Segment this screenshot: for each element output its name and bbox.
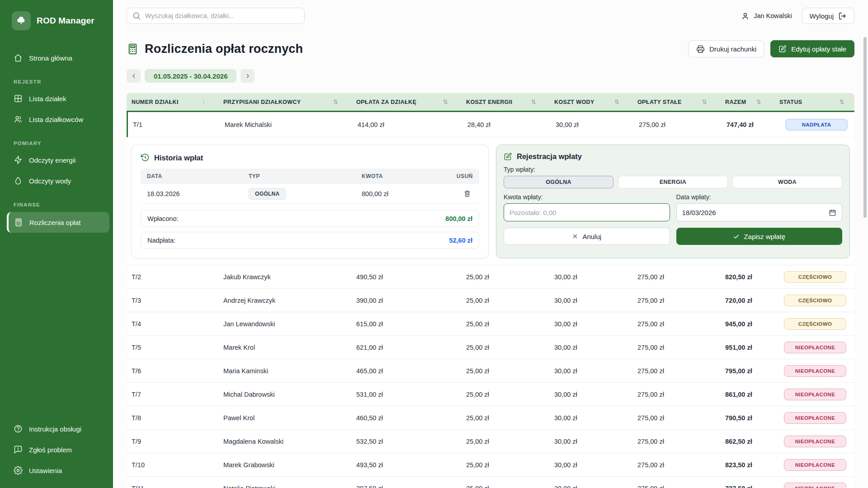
cell-status: NIEOPŁACONE: [779, 342, 854, 353]
table-row[interactable]: T/2 Jakub Krawczyk 490,50 zł 25,00 zł 30…: [127, 265, 854, 289]
cell-water-cost: 30,00 zł: [554, 414, 637, 422]
cell-plot-number: T/9: [127, 438, 223, 445]
sidebar-item-odczyty-energii[interactable]: Odczyty energii: [0, 150, 113, 170]
topbar: Jan Kowalski Wyloguj: [113, 0, 868, 30]
column-header-razem[interactable]: RAZEM⇅: [725, 99, 779, 105]
column-header-oplata-za-dzialke[interactable]: OPŁATA ZA DZIAŁKĘ⇅: [356, 99, 466, 105]
status-badge: NIEOPŁACONE: [784, 412, 846, 424]
cell-plot-fee: 414,00 zł: [358, 121, 467, 128]
save-payment-button[interactable]: Zapisz wpłatę: [676, 228, 843, 245]
column-header-numer-dzialki[interactable]: NUMER DZIAŁKI↑: [127, 99, 223, 105]
table-row[interactable]: T/5 Marek Krol 621,00 zł 25,00 zł 30,00 …: [127, 336, 854, 359]
page-header: Rozliczenia opłat rocznych Drukuj rachun…: [113, 30, 868, 57]
payment-amount-input[interactable]: [504, 203, 670, 221]
column-header-koszt-energii[interactable]: KOSZT ENERGII⇅: [466, 99, 554, 105]
column-header-status[interactable]: STATUS⇅: [779, 99, 854, 105]
cell-energy-cost: 25,00 zł: [466, 344, 554, 351]
sidebar-item-ustawienia[interactable]: Ustawienia: [0, 460, 113, 481]
payment-date-label: Data wpłaty:: [676, 193, 843, 201]
printer-icon: [696, 45, 705, 53]
next-period-button[interactable]: [241, 69, 255, 83]
cell-energy-cost: 25,00 zł: [466, 438, 554, 445]
search-input[interactable]: [127, 8, 305, 24]
history-col-usun: USUŃ: [444, 173, 473, 179]
trash-icon: [463, 190, 471, 197]
table-row[interactable]: T/6 Maria Kaminski 465,00 zł 25,00 zł 30…: [127, 359, 854, 383]
app-name: ROD Manager: [37, 16, 94, 26]
sort-icon: ⇅: [756, 99, 761, 105]
payment-amount: 800,00 zł: [362, 190, 444, 197]
type-option-energia[interactable]: ENERGIA: [618, 176, 728, 188]
lightning-icon: [14, 155, 23, 164]
cell-plot-fee: 493,50 zł: [356, 461, 466, 469]
logout-button[interactable]: Wyloguj: [802, 8, 854, 24]
edit-fixed-fees-button[interactable]: Edytuj opłaty stałe: [770, 40, 854, 57]
sidebar-item-rozliczenia-oplat[interactable]: Rozliczenia opłat: [7, 212, 109, 233]
cell-fixed-fees: 275,00 zł: [637, 485, 725, 488]
cell-energy-cost: 25,00 zł: [466, 320, 554, 328]
cell-total: 795,00 zł: [725, 367, 779, 375]
logout-icon: [838, 12, 847, 20]
settlements-table: NUMER DZIAŁKI↑PRZYPISANI DZIAŁKOWCY⇅OPŁA…: [127, 93, 854, 488]
table-row[interactable]: T/7 Michal Dabrowski 531,00 zł 25,00 zł …: [127, 383, 854, 406]
sidebar-item-odczyty-wody[interactable]: Odczyty wody: [0, 170, 113, 191]
sidebar-item-zglos-problem[interactable]: Zgłoś problem: [0, 439, 113, 460]
home-icon: [14, 53, 23, 62]
cell-energy-cost: 28,40 zł: [467, 121, 556, 128]
table-row[interactable]: T/8 Pawel Krol 460,50 zł 25,00 zł 30,00 …: [127, 406, 854, 430]
table-row[interactable]: T/9 Magdalena Kowalski 532,50 zł 25,00 z…: [127, 430, 854, 453]
scrollbar-thumb[interactable]: [863, 37, 867, 218]
cell-status: NIEOPŁACONE: [779, 436, 854, 447]
column-header-koszt-wody[interactable]: KOSZT WODY⇅: [554, 99, 637, 105]
payment-row: 18.03.2026 OGÓLNA 800,00 zł: [141, 184, 479, 204]
cell-fixed-fees: 275,00 zł: [637, 273, 725, 281]
edit-fixed-fees-label: Edytuj opłaty stałe: [791, 45, 846, 53]
previous-period-button[interactable]: [127, 69, 141, 83]
user-chip[interactable]: Jan Kowalski: [741, 12, 792, 20]
sidebar-item-label: Zgłoś problem: [29, 446, 72, 454]
table-row[interactable]: T/3 Andrzej Krawczyk 390,00 zł 25,00 zł …: [127, 289, 854, 312]
cell-plot-fee: 460,50 zł: [356, 414, 466, 422]
cell-energy-cost: 25,00 zł: [466, 273, 554, 281]
sidebar-item-strona-glowna[interactable]: Strona główna: [0, 47, 113, 68]
cell-total: 861,00 zł: [725, 391, 779, 398]
column-header-przypisani-dzialkowcy[interactable]: PRZYPISANI DZIAŁKOWCY⇅: [223, 99, 356, 105]
cell-owner: Michal Dabrowski: [223, 391, 356, 398]
sort-icon: ⇅: [702, 99, 707, 105]
sidebar-item-lista-dzialkowcow[interactable]: Lista działkowców: [0, 109, 113, 130]
payment-date-input[interactable]: 18/03/2026: [676, 203, 843, 221]
gear-icon: [14, 466, 23, 475]
cell-fixed-fees: 275,00 zł: [637, 391, 725, 398]
type-option-woda[interactable]: WODA: [732, 176, 842, 188]
cell-plot-number: T/7: [127, 391, 223, 398]
sidebar-item-label: Lista działek: [29, 95, 66, 103]
expanded-row-details: Historia wpłat DATA TYP KWOTA USUŃ 18.03…: [127, 137, 854, 265]
cell-water-cost: 30,00 zł: [554, 367, 637, 375]
sidebar-item-instrukcja-obslugi[interactable]: Instrukcja obsługi: [0, 418, 113, 439]
cell-plot-fee: 621,00 zł: [356, 344, 466, 351]
status-badge: CZĘŚCIOWO: [784, 271, 846, 283]
delete-payment-button[interactable]: [462, 188, 473, 199]
paid-value: 800,00 zł: [445, 215, 472, 222]
table-row[interactable]: T/1 Marek Michalski 414,00 zł 28,40 zł 3…: [127, 112, 854, 137]
sidebar-footer: Instrukcja obsługi Zgłoś problem Ustawie…: [0, 418, 113, 481]
overpay-label: Nadpłata:: [147, 237, 175, 244]
tree-icon: [16, 15, 27, 26]
question-circle-icon: [14, 424, 23, 433]
sidebar-item-lista-dzialek[interactable]: Lista działek: [0, 88, 113, 109]
sidebar-item-label: Rozliczenia opłat: [29, 219, 80, 226]
sidebar-section-rejestr: REJESTR: [0, 68, 113, 88]
sidebar-nav: Strona główna REJESTR Lista działek List…: [0, 47, 113, 234]
column-header-oplaty-stale[interactable]: OPŁATY STAŁE⇅: [637, 99, 725, 105]
table-row[interactable]: T/10 Marek Grabowski 493,50 zł 25,00 zł …: [127, 453, 854, 477]
cell-owner: Magdalena Kowalski: [223, 438, 356, 445]
table-row[interactable]: T/4 Jan Lewandowski 615,00 zł 25,00 zł 3…: [127, 312, 854, 336]
cell-energy-cost: 25,00 zł: [466, 485, 554, 488]
period-label[interactable]: 01.05.2025 - 30.04.2026: [145, 69, 236, 83]
table-row[interactable]: T/11 Natalia Pietrowski 397,50 zł 25,00 …: [127, 477, 854, 488]
status-badge: NIEOPŁACONE: [784, 389, 846, 400]
cancel-button[interactable]: Anuluj: [504, 228, 670, 245]
print-invoices-button[interactable]: Drukuj rachunki: [688, 40, 764, 57]
type-option-ogolna[interactable]: OGÓLNA: [504, 176, 613, 188]
cell-plot-number: T/10: [127, 461, 223, 469]
